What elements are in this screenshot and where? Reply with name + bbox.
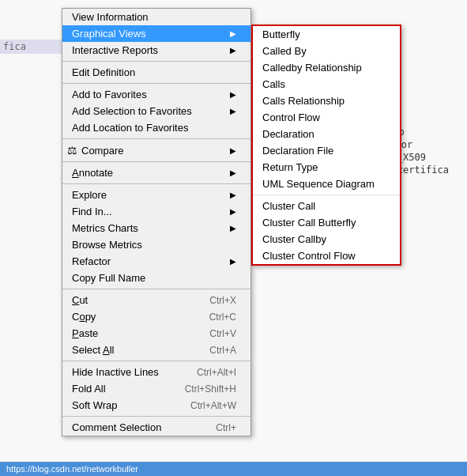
menu-item-select-all[interactable]: Select All Ctrl+A [62,342,250,358]
menu-item-cut[interactable]: Cut Ctrl+X [62,292,250,308]
submenu-arrow-graphical-views: ▶ [230,29,236,38]
shortcut-hide-inactive: Ctrl+Alt+I [197,367,236,378]
shortcut-cut: Ctrl+X [209,295,236,306]
submenu-arrow-interactive-reports: ▶ [230,46,236,55]
menu-item-copy[interactable]: Copy Ctrl+C [62,308,250,325]
menu-item-interactive-reports[interactable]: Interactive Reports ▶ [62,42,250,59]
submenu-arrow-add-to-favorites: ▶ [230,90,236,99]
menu-item-compare[interactable]: ⚖ Compare ▶ [62,142,250,159]
menu-item-hide-inactive-lines[interactable]: Hide Inactive Lines Ctrl+Alt+I [62,364,250,380]
menu-item-edit-definition[interactable]: Edit Definition [62,64,250,81]
submenu-arrow-compare: ▶ [230,146,236,155]
submenu-item-return-type[interactable]: Return Type [253,159,400,176]
submenu-item-butterfly[interactable]: Butterfly [253,26,400,43]
submenu-item-cluster-call-butterfly[interactable]: Cluster Call Butterfly [253,214,400,231]
compare-icon: ⚖ [66,144,78,157]
separator-6 [62,289,250,289]
status-url: https://blog.csdn.net/networkbuller [0,464,138,474]
separator-1 [62,61,250,62]
submenu-item-calls-relationship[interactable]: Calls Relationship [253,93,400,109]
submenu-arrow-annotate: ▶ [230,168,236,177]
shortcut-paste: Ctrl+V [209,328,236,339]
submenu-item-called-by[interactable]: Called By [253,43,400,59]
shortcut-copy: Ctrl+C [209,312,236,323]
editor-left-snippet: fica [0,40,62,54]
submenu-item-cluster-control-flow[interactable]: Cluster Control Flow [253,247,400,264]
submenu-arrow-explore: ▶ [230,191,236,199]
menu-item-add-to-favorites[interactable]: Add to Favorites ▶ [62,86,250,103]
submenu-item-uml-sequence-diagram[interactable]: UML Sequence Diagram [253,176,400,192]
submenu-item-control-flow[interactable]: Control Flow [253,109,400,126]
separator-8 [62,416,250,417]
submenu-item-cluster-call[interactable]: Cluster Call [253,198,400,214]
submenu-arrow-refactor: ▶ [230,257,236,266]
submenu-arrow-metrics-charts: ▶ [230,224,236,232]
menu-item-annotate[interactable]: Annotate ▶ [62,164,250,181]
separator-7 [62,361,250,361]
shortcut-select-all: Ctrl+A [209,345,236,356]
menu-item-graphical-views[interactable]: Graphical Views ▶ Butterfly Called By Ca… [62,25,250,42]
separator-2 [62,83,250,84]
menu-item-add-selection-to-favorites[interactable]: Add Selection to Favorites ▶ [62,103,250,119]
menu-item-view-information[interactable]: View Information [62,9,250,25]
separator-4 [62,161,250,162]
shortcut-soft-wrap: Ctrl+Alt+W [190,400,236,411]
submenu-arrow-find-in: ▶ [230,207,236,216]
submenu-item-calls[interactable]: Calls [253,76,400,93]
menu-item-explore[interactable]: Explore ▶ [62,187,250,203]
status-bar: https://blog.csdn.net/networkbuller [0,462,467,476]
menu-item-paste[interactable]: Paste Ctrl+V [62,325,250,342]
separator-3 [62,138,250,139]
menu-item-fold-all[interactable]: Fold All Ctrl+Shift+H [62,380,250,397]
menu-item-metrics-charts[interactable]: Metrics Charts ▶ [62,220,250,236]
submenu-arrow-add-selection: ▶ [230,107,236,115]
menu-item-browse-metrics[interactable]: Browse Metrics [62,236,250,253]
shortcut-fold-all: Ctrl+Shift+H [185,383,236,395]
menu-item-add-location-to-favorites[interactable]: Add Location to Favorites [62,119,250,136]
submenu-item-declaration[interactable]: Declaration [253,126,400,142]
menu-item-refactor[interactable]: Refactor ▶ [62,253,250,270]
shortcut-comment-selection: Ctrl+ [216,422,236,433]
context-menu: View Information Graphical Views ▶ Butte… [62,8,251,436]
menu-item-soft-wrap[interactable]: Soft Wrap Ctrl+Alt+W [62,397,250,414]
submenu-item-declaration-file[interactable]: Declaration File [253,142,400,159]
menu-item-copy-full-name[interactable]: Copy Full Name [62,270,250,286]
separator-5 [62,183,250,184]
graphical-views-submenu: Butterfly Called By Calledby Relationshi… [251,25,401,266]
submenu-item-calledby-relationship[interactable]: Calledby Relationship [253,59,400,76]
menu-item-comment-selection[interactable]: Comment Selection Ctrl+ [62,419,250,436]
submenu-item-cluster-callby[interactable]: Cluster Callby [253,231,400,247]
menu-item-find-in[interactable]: Find In... ▶ [62,203,250,220]
submenu-separator-1 [253,195,400,195]
